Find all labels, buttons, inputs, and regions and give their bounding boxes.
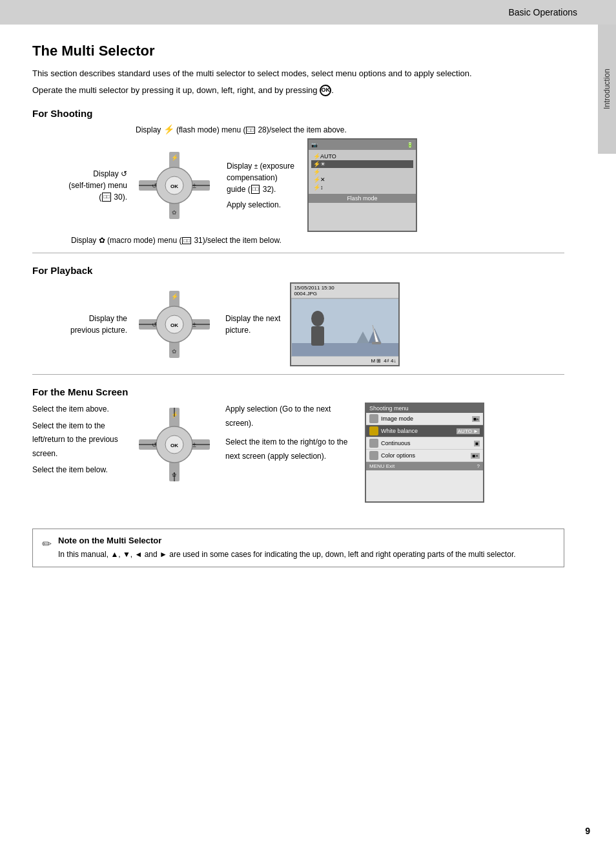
divider-1 — [32, 253, 564, 253]
note-box: ✏ Note on the Multi Selector In this man… — [32, 529, 564, 567]
note-content: Note on the Multi Selector In this manua… — [58, 536, 555, 560]
flash-item-5: ⚡↕ — [311, 183, 413, 191]
menu-screen-layout: Select the item above. Select the item t… — [32, 403, 564, 503]
page-number: 9 — [585, 826, 590, 836]
menu-item-continuous: Continuous ■ — [366, 437, 483, 450]
playback-bottom-bar: M ⊞ 4♯ 4↓ — [291, 357, 398, 365]
menu-screen-mockup: Shooting menu Image mode ■ₕ White balanc… — [365, 403, 484, 503]
divider-2 — [32, 374, 564, 375]
flash-label-bar: Flash mode — [309, 194, 416, 203]
flash-mode-screen: 📷 🔋 ⚡AUTO ⚡☀ ⚡ ⚡✕ ⚡↕ Flash mode — [307, 138, 417, 232]
menu-footer-right: ? — [477, 463, 480, 469]
shooting-right-line3: guide (□□ 32). — [227, 183, 294, 195]
flash-item-3: ⚡ — [311, 168, 413, 176]
menu-item-color-options: Color options ■× — [366, 450, 483, 462]
shooting-selector-diagram: ↺ OK ± ⚡ ✿ — [132, 147, 216, 224]
flash-item-auto: ⚡AUTO — [311, 152, 413, 160]
note-title: Note on the Multi Selector — [58, 536, 555, 545]
playback-left-line1: Display the — [32, 313, 127, 324]
playback-screen: 15/05/2011 15:30 0004.JPG — [290, 282, 400, 366]
shooting-bottom-label-text: Display ✿ (macro mode) menu (□□ 31)/sele… — [71, 236, 282, 245]
shooting-right-line2: compensation) — [227, 172, 294, 183]
selector-svg-shooting: ↺ OK ± ⚡ ✿ — [132, 147, 216, 224]
shooting-left-labels: Display ↺ (self-timer) menu (□□ 30). — [32, 168, 132, 203]
shooting-top-label-text: Display ⚡ (flash mode) menu (□□ 28)/sele… — [136, 125, 347, 134]
menu-item-white-balance: White balance AUTO ► — [366, 425, 483, 437]
playback-image-area — [291, 299, 398, 357]
selector-svg-menu: ↺ OK ± ⚡ ✿ — [132, 403, 216, 487]
main-content: The Multi Selector This section describe… — [0, 25, 616, 580]
menu-left-labels: Select the item above. Select the item t… — [32, 403, 132, 477]
intro-text-2-text: Operate the multi selector by pressing i… — [32, 85, 320, 95]
menu-item-value-2: AUTO ► — [457, 428, 480, 434]
playback-left-labels: Display the previous picture. — [32, 313, 132, 336]
flash-item-selected: ⚡☀ — [311, 160, 413, 168]
playback-layout: Display the previous picture. ↺ OK ± ⚡ ✿ — [32, 282, 564, 366]
flash-top-bar: 📷 🔋 — [309, 140, 416, 150]
menu-item-icon-4 — [369, 451, 378, 460]
side-tab: Introduction — [598, 25, 616, 154]
menu-item-icon-1 — [369, 414, 378, 423]
selector-svg-playback: ↺ OK ± ⚡ ✿ — [132, 286, 216, 363]
svg-text:OK: OK — [170, 322, 178, 328]
menu-item-value-3: ■ — [474, 441, 480, 446]
note-text: In this manual, ▲, ▼, ◄ and ► are used i… — [58, 549, 555, 560]
playback-icons: M ⊞ — [371, 358, 381, 364]
svg-text:⚡: ⚡ — [171, 293, 179, 300]
menu-item-label-1: Image mode — [381, 415, 472, 422]
playback-right-line2: picture. — [225, 324, 280, 336]
header-title: Basic Operations — [508, 7, 577, 17]
shooting-right-labels: Display ± (exposure compensation) guide … — [221, 160, 294, 211]
svg-text:OK: OK — [170, 443, 178, 448]
menu-item-label-4: Color options — [381, 452, 471, 459]
svg-point-38 — [311, 311, 324, 326]
playback-selector-diagram: ↺ OK ± ⚡ ✿ — [132, 286, 216, 363]
menu-right-labels: Apply selection (Go to the next screen).… — [216, 403, 358, 463]
menu-footer: MENU Exit ? — [366, 462, 483, 470]
menu-title-bar: Shooting menu — [366, 404, 483, 413]
playback-info-bar: 15/05/2011 15:30 0004.JPG — [291, 284, 398, 299]
playback-scene-svg — [292, 299, 398, 356]
playback-header: For Playback — [32, 265, 564, 276]
shooting-layout: Display ⚡ (flash mode) menu (□□ 28)/sele… — [32, 124, 564, 245]
menu-apply-selection: Apply selection (Go to the next screen). — [225, 403, 358, 430]
shooting-top-label: Display ⚡ (flash mode) menu (□□ 28)/sele… — [136, 124, 564, 134]
menu-item-label-3: Continuous — [381, 440, 474, 446]
menu-item-image-mode: Image mode ■ₕ — [366, 413, 483, 425]
header-bar: Basic Operations — [0, 0, 616, 25]
intro-text-2: Operate the multi selector by pressing i… — [32, 84, 564, 97]
svg-rect-41 — [372, 342, 381, 344]
flash-menu-items: ⚡AUTO ⚡☀ ⚡ ⚡✕ ⚡↕ — [309, 150, 416, 194]
svg-rect-37 — [292, 343, 398, 356]
menu-select-below: Select the item below. — [32, 463, 127, 477]
ok-icon: OK — [320, 85, 331, 96]
note-icon: ✏ — [42, 537, 52, 551]
menu-footer-left: MENU Exit — [369, 463, 395, 469]
page-title: The Multi Selector — [32, 43, 564, 59]
shooting-left-line1: Display ↺ — [32, 168, 127, 180]
playback-count: 4♯ 4↓ — [384, 358, 396, 364]
menu-select-left: Select the item to the left/return to th… — [32, 419, 127, 461]
svg-text:OK: OK — [170, 183, 178, 189]
shooting-bottom-label: Display ✿ (macro mode) menu (□□ 31)/sele… — [71, 236, 564, 245]
menu-item-value-4: ■× — [471, 453, 480, 459]
menu-select-right: Select the item to the right/go to the n… — [225, 435, 358, 463]
playback-date: 15/05/2011 15:30 — [294, 285, 396, 291]
shooting-middle-row: Display ↺ (self-timer) menu (□□ 30). — [32, 138, 564, 232]
svg-text:✿: ✿ — [172, 348, 177, 355]
shooting-left-line3: (□□ 30). — [32, 191, 127, 203]
playback-right-line1: Display the next — [225, 313, 280, 324]
intro-text-1: This section describes standard uses of … — [32, 67, 564, 80]
side-tab-label: Introduction — [602, 69, 611, 110]
menu-item-value-1: ■ₕ — [472, 416, 480, 422]
menu-screen-header: For the Menu Screen — [32, 386, 564, 397]
shooting-left-line2: (self-timer) menu — [32, 180, 127, 191]
playback-right-labels: Display the next picture. — [216, 313, 280, 336]
menu-item-label-2: White balance — [381, 428, 457, 434]
menu-item-icon-3 — [369, 439, 378, 448]
menu-select-above: Select the item above. — [32, 403, 127, 417]
flash-item-4: ⚡✕ — [311, 176, 413, 183]
menu-item-icon-2 — [369, 426, 378, 435]
shooting-right-line1: Display ± (exposure — [227, 160, 294, 172]
shooting-apply-label: Apply selection. — [227, 199, 294, 211]
